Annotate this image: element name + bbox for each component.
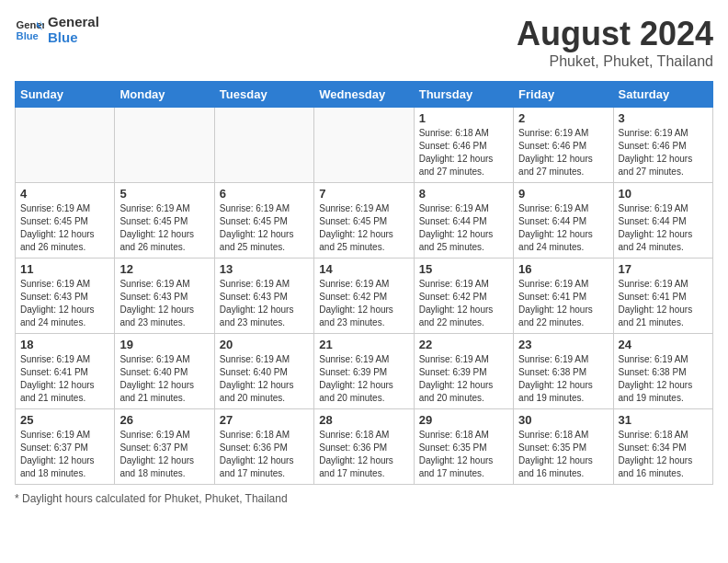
calendar-cell: 28Sunrise: 6:18 AM Sunset: 6:36 PM Dayli… [314, 409, 414, 485]
calendar-cell: 16Sunrise: 6:19 AM Sunset: 6:41 PM Dayli… [514, 259, 613, 334]
day-info: Sunrise: 6:19 AM Sunset: 6:41 PM Dayligh… [20, 353, 109, 405]
day-number: 16 [518, 262, 608, 276]
calendar-cell: 27Sunrise: 6:18 AM Sunset: 6:36 PM Dayli… [214, 409, 313, 485]
calendar-day-header: Saturday [613, 82, 712, 108]
day-info: Sunrise: 6:19 AM Sunset: 6:41 PM Dayligh… [518, 278, 608, 329]
day-info: Sunrise: 6:19 AM Sunset: 6:44 PM Dayligh… [518, 202, 608, 254]
calendar-cell: 1Sunrise: 6:18 AM Sunset: 6:46 PM Daylig… [414, 108, 513, 183]
day-number: 5 [119, 187, 209, 201]
day-info: Sunrise: 6:19 AM Sunset: 6:41 PM Dayligh… [619, 278, 708, 329]
day-number: 17 [619, 262, 708, 276]
day-number: 1 [419, 111, 508, 125]
day-info: Sunrise: 6:19 AM Sunset: 6:38 PM Dayligh… [619, 353, 708, 405]
logo: General Blue General Blue [15, 15, 99, 45]
day-number: 28 [319, 413, 408, 427]
day-number: 13 [220, 262, 309, 276]
day-info: Sunrise: 6:19 AM Sunset: 6:40 PM Dayligh… [220, 353, 309, 405]
calendar-cell: 2Sunrise: 6:19 AM Sunset: 6:46 PM Daylig… [514, 108, 613, 183]
sub-title: Phuket, Phuket, Thailand [517, 53, 713, 70]
day-info: Sunrise: 6:19 AM Sunset: 6:45 PM Dayligh… [319, 202, 408, 254]
footer-text: Daylight hours [22, 492, 93, 505]
calendar-day-header: Wednesday [314, 82, 414, 108]
day-number: 21 [319, 338, 408, 351]
calendar-cell [214, 108, 313, 183]
day-info: Sunrise: 6:19 AM Sunset: 6:37 PM Dayligh… [20, 429, 109, 480]
day-number: 3 [619, 111, 708, 125]
day-number: 18 [20, 338, 109, 351]
calendar-cell: 10Sunrise: 6:19 AM Sunset: 6:44 PM Dayli… [613, 183, 712, 259]
day-number: 12 [119, 262, 209, 276]
day-number: 31 [619, 413, 708, 427]
day-info: Sunrise: 6:19 AM Sunset: 6:43 PM Dayligh… [20, 278, 109, 329]
calendar-cell [115, 108, 214, 183]
calendar-cell: 8Sunrise: 6:19 AM Sunset: 6:44 PM Daylig… [414, 183, 513, 259]
svg-text:Blue: Blue [17, 29, 39, 40]
logo-icon: General Blue [15, 16, 44, 45]
day-number: 29 [419, 413, 508, 427]
day-number: 9 [518, 187, 608, 201]
day-info: Sunrise: 6:19 AM Sunset: 6:43 PM Dayligh… [220, 278, 309, 329]
day-info: Sunrise: 6:18 AM Sunset: 6:36 PM Dayligh… [220, 429, 309, 480]
calendar-cell [314, 108, 414, 183]
calendar-week-row: 1Sunrise: 6:18 AM Sunset: 6:46 PM Daylig… [16, 108, 713, 183]
day-info: Sunrise: 6:18 AM Sunset: 6:36 PM Dayligh… [319, 429, 408, 480]
calendar-cell: 29Sunrise: 6:18 AM Sunset: 6:35 PM Dayli… [414, 409, 513, 485]
day-info: Sunrise: 6:18 AM Sunset: 6:35 PM Dayligh… [518, 429, 608, 480]
calendar-week-row: 18Sunrise: 6:19 AM Sunset: 6:41 PM Dayli… [16, 334, 713, 409]
calendar-cell: 25Sunrise: 6:19 AM Sunset: 6:37 PM Dayli… [16, 409, 115, 485]
logo-general: General [48, 15, 99, 30]
calendar-cell: 22Sunrise: 6:19 AM Sunset: 6:39 PM Dayli… [414, 334, 513, 409]
day-info: Sunrise: 6:19 AM Sunset: 6:43 PM Dayligh… [119, 278, 209, 329]
calendar-cell: 5Sunrise: 6:19 AM Sunset: 6:45 PM Daylig… [115, 183, 214, 259]
day-number: 4 [20, 187, 109, 201]
calendar-cell: 17Sunrise: 6:19 AM Sunset: 6:41 PM Dayli… [613, 259, 712, 334]
day-info: Sunrise: 6:19 AM Sunset: 6:45 PM Dayligh… [220, 202, 309, 254]
calendar-cell: 18Sunrise: 6:19 AM Sunset: 6:41 PM Dayli… [16, 334, 115, 409]
day-info: Sunrise: 6:19 AM Sunset: 6:45 PM Dayligh… [119, 202, 209, 254]
day-info: Sunrise: 6:19 AM Sunset: 6:42 PM Dayligh… [419, 278, 508, 329]
day-info: Sunrise: 6:19 AM Sunset: 6:39 PM Dayligh… [319, 353, 408, 405]
day-info: Sunrise: 6:18 AM Sunset: 6:34 PM Dayligh… [619, 429, 708, 480]
day-number: 30 [518, 413, 608, 427]
calendar-cell: 13Sunrise: 6:19 AM Sunset: 6:43 PM Dayli… [214, 259, 313, 334]
calendar-week-row: 4Sunrise: 6:19 AM Sunset: 6:45 PM Daylig… [16, 183, 713, 259]
calendar-cell: 12Sunrise: 6:19 AM Sunset: 6:43 PM Dayli… [115, 259, 214, 334]
day-info: Sunrise: 6:19 AM Sunset: 6:46 PM Dayligh… [619, 127, 708, 178]
calendar-cell: 15Sunrise: 6:19 AM Sunset: 6:42 PM Dayli… [414, 259, 513, 334]
day-info: Sunrise: 6:19 AM Sunset: 6:40 PM Dayligh… [119, 353, 209, 405]
day-number: 20 [220, 338, 309, 351]
day-number: 24 [619, 338, 708, 351]
calendar-cell [16, 108, 115, 183]
day-info: Sunrise: 6:18 AM Sunset: 6:35 PM Dayligh… [419, 429, 508, 480]
calendar-cell: 20Sunrise: 6:19 AM Sunset: 6:40 PM Dayli… [214, 334, 313, 409]
day-number: 7 [319, 187, 408, 201]
day-number: 25 [20, 413, 109, 427]
day-info: Sunrise: 6:18 AM Sunset: 6:46 PM Dayligh… [419, 127, 508, 178]
calendar-cell: 14Sunrise: 6:19 AM Sunset: 6:42 PM Dayli… [314, 259, 414, 334]
calendar-day-header: Thursday [414, 82, 513, 108]
calendar-cell: 4Sunrise: 6:19 AM Sunset: 6:45 PM Daylig… [16, 183, 115, 259]
calendar-cell: 21Sunrise: 6:19 AM Sunset: 6:39 PM Dayli… [314, 334, 414, 409]
day-info: Sunrise: 6:19 AM Sunset: 6:46 PM Dayligh… [518, 127, 608, 178]
title-area: August 2024 Phuket, Phuket, Thailand [517, 15, 713, 70]
day-info: Sunrise: 6:19 AM Sunset: 6:45 PM Dayligh… [20, 202, 109, 254]
day-number: 10 [619, 187, 708, 201]
day-number: 26 [119, 413, 209, 427]
calendar-cell: 31Sunrise: 6:18 AM Sunset: 6:34 PM Dayli… [613, 409, 712, 485]
calendar-cell: 7Sunrise: 6:19 AM Sunset: 6:45 PM Daylig… [314, 183, 414, 259]
day-number: 22 [419, 338, 508, 351]
day-info: Sunrise: 6:19 AM Sunset: 6:37 PM Dayligh… [119, 429, 209, 480]
calendar-cell: 9Sunrise: 6:19 AM Sunset: 6:44 PM Daylig… [514, 183, 613, 259]
day-info: Sunrise: 6:19 AM Sunset: 6:42 PM Dayligh… [319, 278, 408, 329]
calendar-cell: 26Sunrise: 6:19 AM Sunset: 6:37 PM Dayli… [115, 409, 214, 485]
day-number: 11 [20, 262, 109, 276]
day-number: 23 [518, 338, 608, 351]
calendar-day-header: Friday [514, 82, 613, 108]
day-number: 8 [419, 187, 508, 201]
day-info: Sunrise: 6:19 AM Sunset: 6:39 PM Dayligh… [419, 353, 508, 405]
main-title: August 2024 [517, 15, 713, 53]
calendar-day-header: Tuesday [214, 82, 313, 108]
day-info: Sunrise: 6:19 AM Sunset: 6:38 PM Dayligh… [518, 353, 608, 405]
calendar-cell: 3Sunrise: 6:19 AM Sunset: 6:46 PM Daylig… [613, 108, 712, 183]
day-number: 14 [319, 262, 408, 276]
